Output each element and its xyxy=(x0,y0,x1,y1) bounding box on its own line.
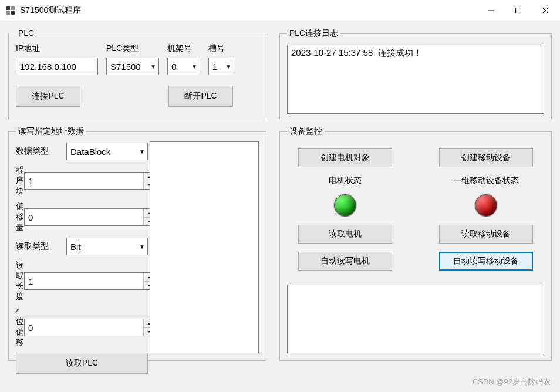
readlen-label: 读取长度 xyxy=(16,260,24,302)
svg-rect-2 xyxy=(6,11,10,15)
disconnect-plc-button[interactable]: 断开PLC xyxy=(168,86,233,107)
auto-motor-button[interactable]: 自动读写电机 xyxy=(298,252,392,271)
rack-select[interactable]: 0▼ xyxy=(167,58,200,75)
plc-log-textarea[interactable]: 2023-10-27 15:37:58 连接成功！ xyxy=(287,45,544,114)
datatype-label: 数据类型 xyxy=(16,146,66,157)
chevron-down-icon: ▼ xyxy=(150,63,156,70)
slot-select[interactable]: 1▼ xyxy=(208,58,234,75)
chevron-down-icon: ▼ xyxy=(139,244,145,250)
plc-log-legend: PLC连接日志 xyxy=(287,28,340,39)
bitoffset-label: *位偏移 xyxy=(16,307,24,348)
svg-rect-5 xyxy=(516,8,521,13)
plc-log-group: PLC连接日志 2023-10-27 15:37:58 连接成功！ xyxy=(279,28,552,119)
offset-label: 偏移量 xyxy=(16,201,24,233)
minimize-button[interactable] xyxy=(478,0,505,21)
motor-status-led xyxy=(334,194,356,217)
slot-label: 槽号 xyxy=(208,43,234,54)
read-plc-button[interactable]: 读取PLC xyxy=(16,353,148,374)
auto-device-button[interactable]: 自动读写移动设备 xyxy=(439,252,533,271)
create-motor-button[interactable]: 创建电机对象 xyxy=(298,148,392,167)
readwrite-legend: 读写指定地址数据 xyxy=(16,126,86,137)
datatype-select[interactable]: DataBlock▼ xyxy=(66,143,148,160)
titlebar: S71500测试程序 xyxy=(0,0,560,21)
monitor-output[interactable] xyxy=(287,285,544,353)
close-button[interactable] xyxy=(532,0,559,21)
chevron-down-icon: ▼ xyxy=(225,63,231,70)
svg-rect-1 xyxy=(11,6,15,10)
plc-type-select[interactable]: S71500▼ xyxy=(106,58,159,75)
window-title: S71500测试程序 xyxy=(20,5,478,16)
watermark: CSDN @92岁高龄码农 xyxy=(473,377,551,387)
readwrite-output[interactable] xyxy=(150,141,259,353)
plc-legend: PLC xyxy=(16,28,36,38)
svg-rect-3 xyxy=(11,11,15,15)
ip-label: IP地址 xyxy=(16,43,98,54)
plc-group: PLC IP地址 PLC类型 S71500▼ 机架号 0▼ xyxy=(8,28,266,119)
readwrite-group: 读写指定地址数据 数据类型 DataBlock▼ 程序块 ▲▼ 偏移量 ▲▼ xyxy=(8,126,266,361)
chevron-down-icon: ▼ xyxy=(139,148,145,155)
bitoffset-stepper[interactable]: ▲▼ xyxy=(24,319,154,336)
device-status-label: 一维移动设备状态 xyxy=(453,175,519,186)
read-device-button[interactable]: 读取移动设备 xyxy=(439,225,533,244)
maximize-button[interactable] xyxy=(505,0,532,21)
readtype-label: 读取类型 xyxy=(16,241,66,252)
device-status-led xyxy=(475,194,497,217)
readtype-select[interactable]: Bit▼ xyxy=(66,238,148,255)
motor-status-label: 电机状态 xyxy=(329,175,362,186)
monitor-legend: 设备监控 xyxy=(287,126,325,137)
svg-rect-0 xyxy=(6,6,10,10)
rack-label: 机架号 xyxy=(167,43,200,54)
readlen-stepper[interactable]: ▲▼ xyxy=(24,272,154,290)
plc-type-label: PLC类型 xyxy=(106,43,159,54)
block-stepper[interactable]: ▲▼ xyxy=(24,172,154,190)
connect-plc-button[interactable]: 连接PLC xyxy=(16,86,80,107)
create-device-button[interactable]: 创建移动设备 xyxy=(439,148,533,167)
read-motor-button[interactable]: 读取电机 xyxy=(298,225,392,244)
ip-input[interactable] xyxy=(16,58,98,75)
monitor-group: 设备监控 创建电机对象 电机状态 读取电机 自动读写电机 创建移动设备 一维移动… xyxy=(279,126,552,361)
app-icon xyxy=(6,6,15,15)
block-label: 程序块 xyxy=(16,165,24,197)
offset-stepper[interactable]: ▲▼ xyxy=(24,208,154,226)
chevron-down-icon: ▼ xyxy=(191,63,197,70)
